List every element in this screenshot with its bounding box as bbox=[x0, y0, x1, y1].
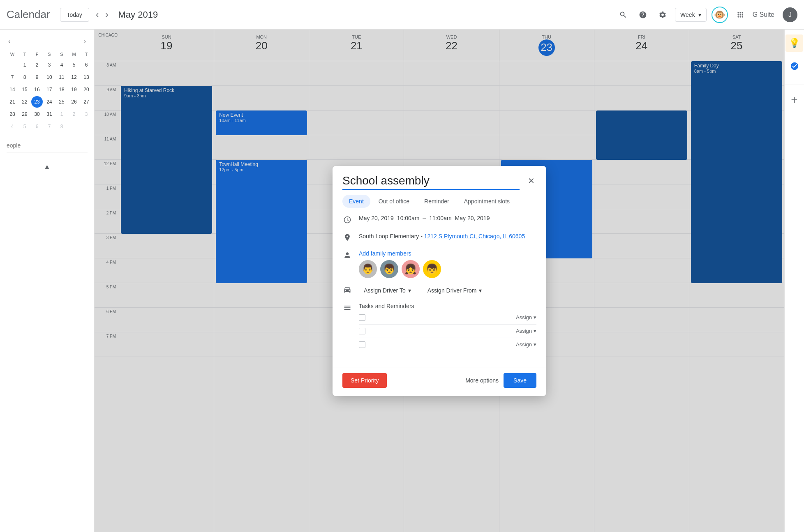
mini-cal-today[interactable]: 23 bbox=[31, 96, 43, 108]
mini-cal-day[interactable]: 15 bbox=[19, 84, 30, 95]
settings-button[interactable] bbox=[655, 7, 670, 22]
avatars-row: 👨 👦 👧 👦 bbox=[359, 260, 536, 278]
mini-cal-day[interactable]: 27 bbox=[81, 96, 92, 108]
mini-cal-day[interactable]: 25 bbox=[56, 96, 67, 108]
add-family-label[interactable]: Add family members bbox=[359, 250, 536, 257]
collapse-button[interactable]: ▲ bbox=[44, 163, 51, 171]
modal-header: ✕ bbox=[333, 166, 546, 190]
mini-cal-day[interactable]: 21 bbox=[7, 96, 18, 108]
family-member-3[interactable]: 👧 bbox=[402, 260, 420, 278]
mini-cal-day[interactable]: 30 bbox=[31, 108, 43, 120]
mini-cal-prev[interactable]: ‹ bbox=[7, 36, 12, 47]
mini-cal-day[interactable]: 26 bbox=[68, 96, 80, 108]
mini-cal-day[interactable] bbox=[68, 121, 80, 132]
prev-button[interactable]: ‹ bbox=[92, 6, 102, 23]
time-end[interactable]: 11:00am bbox=[429, 215, 451, 221]
mini-cal-day[interactable]: 6 bbox=[81, 59, 92, 71]
mini-cal-day[interactable]: 14 bbox=[7, 84, 18, 95]
next-button[interactable]: › bbox=[102, 6, 111, 23]
mini-cal-day[interactable]: 3 bbox=[44, 59, 55, 71]
mini-cal-day[interactable]: 3 bbox=[81, 108, 92, 120]
check-circle-icon[interactable] bbox=[787, 58, 802, 76]
mini-cal-day[interactable]: 8 bbox=[56, 121, 67, 132]
event-title-input[interactable] bbox=[342, 174, 520, 190]
tab-event[interactable]: Event bbox=[342, 195, 370, 208]
mini-cal-day[interactable] bbox=[7, 59, 18, 71]
footer-right: More options Save bbox=[465, 373, 536, 388]
task-input-3[interactable] bbox=[369, 341, 513, 348]
modal-overlay[interactable]: ✕ Event Out of office Reminder Appointme… bbox=[95, 30, 784, 532]
mini-cal-day[interactable]: 20 bbox=[81, 84, 92, 95]
family-member-1[interactable]: 👨 bbox=[359, 260, 377, 278]
mini-cal-day[interactable]: 28 bbox=[7, 108, 18, 120]
family-member-2[interactable]: 👦 bbox=[380, 260, 398, 278]
mini-cal-day[interactable]: 4 bbox=[7, 121, 18, 132]
mini-cal-day[interactable]: 2 bbox=[68, 108, 80, 120]
assign-button-2[interactable]: Assign ▾ bbox=[516, 328, 536, 334]
add-button[interactable]: + bbox=[791, 93, 797, 106]
tasks-row: Tasks and Reminders Assign ▾ bbox=[342, 303, 536, 355]
mini-cal-day[interactable]: 10 bbox=[44, 71, 55, 83]
mini-cal-day[interactable]: 9 bbox=[31, 71, 43, 83]
tab-appointment-slots[interactable]: Appointment slots bbox=[457, 195, 516, 208]
mini-cal-day[interactable]: 5 bbox=[68, 59, 80, 71]
week-label: Week bbox=[680, 12, 695, 18]
mini-cal-day[interactable]: 19 bbox=[68, 84, 80, 95]
assign-driver-from-dropdown[interactable]: Assign Driver From ▾ bbox=[423, 285, 487, 296]
date-start[interactable]: May 20, 2019 bbox=[359, 215, 394, 221]
task-input-1[interactable] bbox=[369, 314, 513, 321]
task-checkbox-3[interactable] bbox=[359, 341, 365, 348]
mini-cal-day[interactable]: 11 bbox=[56, 71, 67, 83]
people-search-input[interactable] bbox=[7, 139, 88, 152]
family-member-4[interactable]: 👦 bbox=[423, 260, 441, 278]
mini-cal-day[interactable]: 4 bbox=[56, 59, 67, 71]
mini-cal-next[interactable]: › bbox=[82, 36, 88, 47]
mini-cal-day[interactable] bbox=[81, 121, 92, 132]
calendar-area: CHICAGO SUN 19 MON 20 TUE 21 WED 22 THU … bbox=[95, 30, 784, 532]
save-button[interactable]: Save bbox=[504, 373, 536, 388]
mini-cal-day[interactable]: 12 bbox=[68, 71, 80, 83]
mini-cal-day[interactable]: 13 bbox=[81, 71, 92, 83]
mini-cal-day[interactable]: 1 bbox=[56, 108, 67, 120]
mini-cal-day[interactable]: 18 bbox=[56, 84, 67, 95]
mini-cal-day[interactable]: 7 bbox=[44, 121, 55, 132]
more-options-button[interactable]: More options bbox=[465, 377, 499, 384]
today-button[interactable]: Today bbox=[60, 8, 89, 22]
user-avatar[interactable]: J bbox=[783, 7, 797, 22]
mini-cal-day[interactable]: 2 bbox=[31, 59, 43, 71]
mini-cal-day[interactable]: 29 bbox=[19, 108, 30, 120]
task-input-2[interactable] bbox=[369, 328, 513, 334]
mini-cal-day[interactable]: 7 bbox=[7, 71, 18, 83]
task-checkbox-2[interactable] bbox=[359, 328, 365, 334]
car-icon bbox=[342, 286, 352, 296]
date-end[interactable]: May 20, 2019 bbox=[455, 215, 490, 221]
mini-cal-day[interactable]: 6 bbox=[31, 121, 43, 132]
search-button[interactable] bbox=[616, 7, 631, 22]
mini-cal-day[interactable]: 16 bbox=[31, 84, 43, 95]
mini-cal-day[interactable]: 5 bbox=[19, 121, 30, 132]
mini-cal-day[interactable]: 31 bbox=[44, 108, 55, 120]
modal-close-button[interactable]: ✕ bbox=[526, 174, 536, 187]
monkey-icon[interactable]: 🐵 bbox=[712, 7, 728, 23]
help-button[interactable] bbox=[635, 7, 650, 22]
task-checkbox-1[interactable] bbox=[359, 314, 365, 321]
mini-cal-day[interactable]: 1 bbox=[19, 59, 30, 71]
mini-cal-day[interactable]: 8 bbox=[19, 71, 30, 83]
assign-driver-to-dropdown[interactable]: Assign Driver To ▾ bbox=[359, 285, 416, 296]
mini-cal-day[interactable]: 24 bbox=[44, 96, 55, 108]
set-priority-button[interactable]: Set Priority bbox=[342, 373, 387, 388]
location-content: South Loop Elementary - 1212 S Plymouth … bbox=[359, 233, 536, 240]
time-start[interactable]: 10:00am bbox=[397, 215, 419, 221]
tab-out-of-office[interactable]: Out of office bbox=[372, 195, 416, 208]
tab-reminder[interactable]: Reminder bbox=[418, 195, 456, 208]
day-header-s: S bbox=[44, 50, 55, 58]
assign-button-1[interactable]: Assign ▾ bbox=[516, 314, 536, 320]
event-modal: ✕ Event Out of office Reminder Appointme… bbox=[333, 166, 546, 396]
assign-button-3[interactable]: Assign ▾ bbox=[516, 341, 536, 348]
location-link[interactable]: 1212 S Plymouth Ct, Chicago, IL 60605 bbox=[424, 233, 525, 240]
apps-button[interactable] bbox=[733, 7, 748, 22]
mini-cal-day[interactable]: 22 bbox=[19, 96, 30, 108]
view-selector[interactable]: Week ▾ bbox=[675, 8, 707, 22]
bulb-icon[interactable]: 💡 bbox=[786, 35, 803, 52]
mini-cal-day[interactable]: 17 bbox=[44, 84, 55, 95]
